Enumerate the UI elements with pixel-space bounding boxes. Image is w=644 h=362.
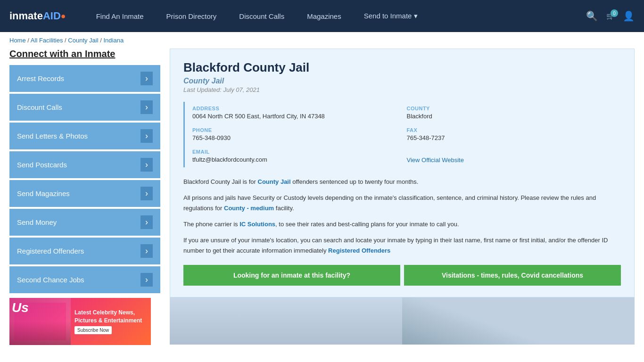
phone-block: PHONE 765-348-0930 [192,123,407,145]
county-block: COUNTY Blackford [407,102,621,123]
nav-prison-directory[interactable]: Prison Directory [155,12,228,20]
facility-info-grid: ADDRESS 0064 North CR 500 East, Hartford… [183,102,621,167]
arrow-icon: › [140,100,153,114]
breadcrumb-home[interactable]: Home [9,37,26,44]
visitations-button[interactable]: Visitations - times, rules, Covid cancel… [404,265,621,286]
sidebar-ad-content: Latest Celebrity News, Pictures & Entert… [71,305,151,338]
arrow-icon: › [140,129,153,143]
county-jail-link[interactable]: County Jail [258,178,291,185]
address-block: ADDRESS 0064 North CR 500 East, Hartford… [192,102,407,123]
breadcrumb-indiana[interactable]: Indiana [103,37,124,44]
action-buttons: Looking for an inmate at this facility? … [183,265,621,286]
facility-title: Blackford County Jail [183,60,621,75]
facility-updated: Last Updated: July 07, 2021 [183,86,621,93]
logo[interactable]: inmateAID● [9,10,66,22]
sidebar-btn-discount-calls[interactable]: Discount Calls › [9,94,160,121]
sidebar-btn-send-postcards[interactable]: Send Postcards › [9,151,160,178]
desc-para-2: All prisons and jails have Security or C… [183,193,621,214]
sidebar-btn-send-letters[interactable]: Send Letters & Photos › [9,123,160,149]
county-label: COUNTY [407,106,621,111]
sidebar: Connect with an Inmate Arrest Records › … [9,49,160,345]
nav-find-inmate[interactable]: Find An Inmate [85,12,155,20]
desc-para-1: Blackford County Jail is for County Jail… [183,177,621,187]
nav-send-to-inmate[interactable]: Send to Inmate ▾ [353,12,429,20]
facility-image-left [170,297,402,345]
breadcrumb: Home / All Facilities / County Jail / In… [0,32,644,49]
county-medium-link[interactable]: County - medium [224,205,274,212]
sidebar-btn-send-money[interactable]: Send Money › [9,209,160,236]
sidebar-btn-second-chance-jobs[interactable]: Second Chance Jobs › [9,266,160,293]
arrow-icon: › [140,273,153,287]
content-area: Blackford County Jail County Jail Last U… [170,49,635,345]
ic-solutions-link[interactable]: IC Solutions [239,221,275,228]
nav-right: 🔍 🛒 0 👤 [586,10,635,22]
registered-offenders-link[interactable]: Registered Offenders [328,247,390,254]
desc-para-4: If you are unsure of your inmate's locat… [183,235,621,256]
sidebar-ad: Us Latest Celebrity News, Pictures & Ent… [9,298,151,345]
breadcrumb-all-facilities[interactable]: All Facilities [31,37,63,44]
arrow-icon: › [140,72,153,85]
search-icon[interactable]: 🔍 [586,10,598,22]
sidebar-btn-arrest-records[interactable]: Arrest Records › [9,65,160,92]
fax-block: FAX 765-348-7237 [407,123,621,145]
facility-card: Blackford County Jail County Jail Last U… [170,49,635,297]
facility-image-right [402,297,635,345]
sidebar-ad-image: Us [9,298,71,345]
facility-image-strip [170,297,635,345]
address-label: ADDRESS [192,106,407,111]
sidebar-btn-send-magazines[interactable]: Send Magazines › [9,180,160,207]
email-block: EMAIL tfultz@blackfordcounty.com [192,145,407,167]
nav-magazines[interactable]: Magazines [296,12,353,20]
email-value: tfultz@blackfordcounty.com [192,156,407,163]
arrow-icon: › [140,215,153,229]
arrow-icon: › [140,187,153,200]
cart-icon[interactable]: 🛒 0 [606,12,614,20]
breadcrumb-county-jail[interactable]: County Jail [68,37,98,44]
website-spacer [407,149,621,155]
main-container: Connect with an Inmate Arrest Records › … [0,49,644,354]
website-block: View Official Website [407,145,621,167]
email-label: EMAIL [192,149,407,155]
cart-badge-count: 0 [611,9,618,17]
fax-value: 765-348-7237 [407,134,621,141]
arrow-icon: › [140,244,153,258]
fax-label: FAX [407,127,621,133]
user-icon[interactable]: 👤 [623,10,635,22]
website-link[interactable]: View Official Website [407,156,464,164]
phone-label: PHONE [192,127,407,133]
looking-for-inmate-button[interactable]: Looking for an inmate at this facility? [183,265,400,286]
facility-description: Blackford County Jail is for County Jail… [183,177,621,256]
desc-para-3: The phone carrier is IC Solutions, to se… [183,219,621,230]
main-nav: inmateAID● Find An Inmate Prison Directo… [0,0,644,32]
phone-value: 765-348-0930 [192,134,407,141]
sidebar-ad-subscribe-button[interactable]: Subscribe Now [74,326,112,334]
sidebar-title: Connect with an Inmate [9,49,160,59]
county-value: Blackford [407,113,621,120]
sidebar-btn-registered-offenders[interactable]: Registered Offenders › [9,238,160,264]
address-value: 0064 North CR 500 East, Hartford City, I… [192,113,407,120]
facility-subtitle: County Jail [183,77,621,85]
arrow-icon: › [140,158,153,172]
nav-discount-calls[interactable]: Discount Calls [228,12,296,20]
nav-links: Find An Inmate Prison Directory Discount… [85,12,586,20]
